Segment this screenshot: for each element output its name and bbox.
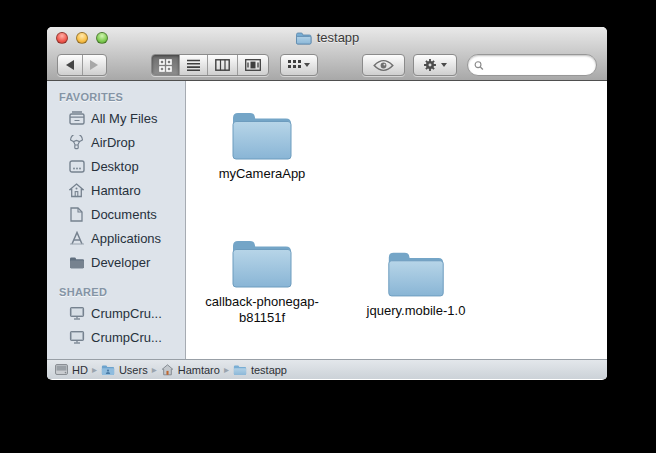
column-view-icon — [215, 59, 230, 71]
sidebar-item-all-my-files[interactable]: All My Files — [47, 106, 185, 130]
search-input[interactable] — [488, 58, 590, 72]
sidebar-item-label: Hamtaro — [91, 183, 141, 198]
path-item-label: testapp — [251, 364, 287, 376]
sidebar-section-shared: SHARED — [47, 282, 185, 301]
sidebar-item-crumpcru-1[interactable]: CrumpCru... — [47, 301, 185, 325]
column-view-button[interactable] — [208, 55, 238, 75]
airdrop-icon — [68, 135, 85, 150]
search-icon — [474, 60, 484, 71]
path-separator-icon: ▸ — [152, 364, 157, 375]
finder-window: testapp — [47, 27, 607, 380]
shared-computer-icon — [68, 306, 85, 320]
desktop-icon — [68, 160, 85, 173]
developer-folder-icon — [68, 256, 85, 269]
sidebar-item-label: CrumpCru... — [91, 330, 162, 345]
sidebar-item-hamtaro[interactable]: Hamtaro — [47, 178, 185, 202]
folder-icon — [233, 364, 247, 376]
sidebar-section-favorites: FAVORITES — [47, 87, 185, 106]
path-item-label: Users — [119, 364, 148, 376]
chevron-down-icon — [441, 63, 447, 67]
arrange-button[interactable] — [280, 54, 318, 76]
sidebar-item-label: All My Files — [91, 111, 157, 126]
folder-icon — [386, 247, 446, 298]
home-icon — [161, 364, 174, 376]
eye-icon — [373, 59, 394, 72]
sidebar-spacer — [47, 274, 185, 282]
path-item-testapp[interactable]: testapp — [233, 364, 287, 376]
path-item-label: Hamtaro — [178, 364, 220, 376]
coverflow-view-button[interactable] — [238, 55, 268, 75]
folder-mycameraapp[interactable]: myCameraApp — [200, 107, 324, 182]
folder-jquery-mobile[interactable]: jquery.mobile-1.0 — [354, 247, 478, 319]
search-field[interactable] — [467, 54, 597, 76]
sidebar-item-label: Applications — [91, 231, 161, 246]
sidebar-item-label: Desktop — [91, 159, 139, 174]
icon-view-icon — [159, 59, 172, 72]
quick-look-button[interactable] — [362, 54, 405, 76]
folder-icon — [295, 31, 312, 45]
sidebar-item-desktop[interactable]: Desktop — [47, 154, 185, 178]
drive-icon — [55, 364, 68, 375]
window-body: FAVORITES All My Files — [47, 81, 607, 359]
path-item-users[interactable]: Users — [101, 364, 148, 376]
toolbar — [47, 49, 607, 81]
sidebar-item-label: CrumpCru... — [91, 306, 162, 321]
file-browser-area[interactable]: myCameraApp callback-phonegap-b81151f jq… — [186, 81, 607, 359]
folder-icon — [230, 107, 294, 161]
folder-label: jquery.mobile-1.0 — [367, 303, 466, 319]
sidebar-item-label: Developer — [91, 255, 150, 270]
window-chrome: testapp — [47, 27, 607, 81]
users-folder-icon — [101, 364, 115, 376]
shared-computer-icon — [68, 330, 85, 344]
action-menu-button[interactable] — [413, 54, 457, 76]
gear-icon — [423, 58, 437, 72]
path-bar: HD ▸ Users ▸ Hamtaro ▸ — [47, 359, 607, 379]
sidebar-item-crumpcru-2[interactable]: CrumpCru... — [47, 325, 185, 349]
forward-button[interactable] — [83, 55, 107, 75]
applications-icon — [68, 231, 85, 245]
list-view-button[interactable] — [180, 55, 208, 75]
forward-arrow-icon — [90, 60, 98, 70]
sidebar-item-airdrop[interactable]: AirDrop — [47, 130, 185, 154]
sidebar-item-developer[interactable]: Developer — [47, 250, 185, 274]
chevron-down-icon — [304, 63, 310, 67]
all-my-files-icon — [68, 111, 85, 125]
sidebar-item-applications[interactable]: Applications — [47, 226, 185, 250]
list-view-icon — [187, 59, 200, 71]
nav-buttons — [57, 54, 107, 76]
coverflow-view-icon — [245, 59, 261, 71]
folder-label: myCameraApp — [219, 166, 306, 182]
folder-icon — [230, 235, 294, 289]
path-item-hamtaro[interactable]: Hamtaro — [161, 364, 220, 376]
path-item-label: HD — [72, 364, 88, 376]
window-title: testapp — [317, 30, 360, 45]
sidebar-item-documents[interactable]: Documents — [47, 202, 185, 226]
titlebar[interactable]: testapp — [47, 27, 607, 49]
sidebar: FAVORITES All My Files — [47, 81, 186, 359]
documents-icon — [68, 207, 85, 222]
folder-label: callback-phonegap-b81151f — [200, 294, 324, 326]
sidebar-item-label: Documents — [91, 207, 157, 222]
view-mode-control — [151, 54, 269, 76]
sidebar-item-label: AirDrop — [91, 135, 135, 150]
path-item-hd[interactable]: HD — [55, 364, 88, 376]
arrange-grid-icon — [288, 60, 301, 70]
path-separator-icon: ▸ — [92, 364, 97, 375]
folder-callback-phonegap[interactable]: callback-phonegap-b81151f — [200, 235, 324, 326]
back-arrow-icon — [66, 60, 74, 70]
path-separator-icon: ▸ — [224, 364, 229, 375]
window-title-area: testapp — [47, 30, 607, 45]
home-icon — [68, 183, 85, 198]
icon-view-button[interactable] — [152, 55, 180, 75]
back-button[interactable] — [58, 55, 83, 75]
